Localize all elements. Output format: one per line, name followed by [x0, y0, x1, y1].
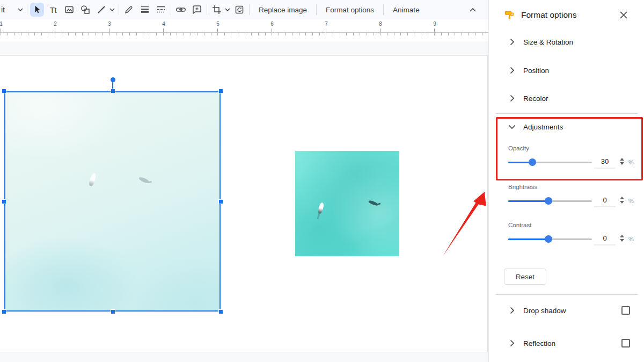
select-arrow-icon[interactable]: [30, 3, 44, 17]
toolbar-separator: [207, 4, 207, 15]
ruler-number: 2: [54, 21, 57, 27]
pen-icon[interactable]: [122, 3, 136, 17]
panel-divider: [495, 294, 638, 295]
line-caret-icon[interactable]: [108, 8, 116, 11]
resize-handle-middle-left[interactable]: [2, 200, 6, 204]
spinner-down-icon[interactable]: [620, 239, 624, 242]
toolbar-separator: [171, 4, 171, 15]
section-label: Adjustments: [523, 123, 563, 131]
whale-shape: [138, 176, 150, 184]
border-dash-icon[interactable]: [154, 3, 168, 17]
brightness-value-input[interactable]: 0: [594, 196, 616, 207]
ruler-number: 6: [270, 21, 274, 27]
panel-header: Format options: [489, 5, 644, 25]
slide-canvas: [0, 41, 488, 362]
replace-image-button[interactable]: Replace image: [252, 3, 313, 17]
brightness-control: Brightness 0 %: [489, 184, 644, 216]
slider-thumb[interactable]: [545, 235, 552, 243]
rotation-handle[interactable]: [111, 77, 115, 82]
shape-icon[interactable]: [78, 3, 92, 17]
section-size-rotation[interactable]: Size & Rotation: [489, 31, 644, 53]
contrast-slider[interactable]: [508, 235, 592, 243]
chevron-right-icon: [507, 37, 517, 47]
chevron-right-icon: [507, 306, 517, 315]
reset-image-icon[interactable]: [232, 3, 246, 17]
ruler-number: 9: [433, 21, 436, 27]
border-weight-icon[interactable]: [138, 3, 152, 17]
spinner-down-icon[interactable]: [620, 201, 624, 204]
text-box-icon[interactable]: Tt: [46, 3, 60, 17]
crop-caret-icon[interactable]: [224, 8, 231, 11]
selected-image-faded[interactable]: [4, 91, 221, 312]
slider-thumb[interactable]: [545, 197, 552, 205]
opacity-stepper[interactable]: [619, 157, 625, 166]
section-label: Recolor: [523, 95, 548, 103]
section-recolor[interactable]: Recolor: [489, 88, 644, 109]
opacity-label: Opacity: [508, 145, 529, 151]
spinner-up-icon[interactable]: [620, 197, 624, 199]
zoom-select-partial[interactable]: it: [0, 5, 5, 14]
resize-handle-bottom-right[interactable]: [219, 310, 223, 314]
section-position[interactable]: Position: [489, 60, 644, 81]
crop-icon[interactable]: [210, 3, 224, 17]
percent-sign: %: [628, 159, 634, 165]
percent-sign: %: [628, 198, 634, 204]
close-icon[interactable]: [616, 8, 631, 23]
section-label: Reflection: [523, 339, 555, 347]
panel-divider: [495, 113, 638, 114]
add-comment-icon[interactable]: [190, 3, 204, 17]
spinner-up-icon[interactable]: [620, 235, 624, 237]
section-label: Position: [523, 67, 549, 75]
brightness-stepper[interactable]: [619, 196, 625, 205]
whale-shape: [368, 200, 379, 207]
section-adjustments[interactable]: Adjustments: [489, 116, 644, 137]
spinner-down-icon[interactable]: [620, 162, 624, 165]
boat-shape: [88, 172, 97, 187]
boat-shape: [317, 202, 324, 214]
slider-thumb[interactable]: [529, 158, 536, 166]
rotation-handle-stem: [112, 81, 113, 90]
ocean-image-30-opacity[interactable]: [4, 91, 221, 312]
resize-handle-bottom-left[interactable]: [2, 310, 6, 314]
chevron-down-icon: [507, 122, 517, 132]
insert-link-icon[interactable]: [174, 3, 188, 17]
contrast-label: Contrast: [508, 222, 531, 228]
resize-handle-middle-right[interactable]: [219, 200, 223, 204]
contrast-value-input[interactable]: 0: [594, 234, 616, 245]
resize-handle-top-left[interactable]: [2, 89, 6, 93]
resize-handle-bottom-center[interactable]: [111, 310, 115, 314]
section-drop-shadow[interactable]: Drop shadow: [489, 300, 644, 321]
opacity-slider[interactable]: [508, 158, 592, 166]
animate-button[interactable]: Animate: [386, 3, 426, 17]
resize-handle-top-center[interactable]: [111, 89, 115, 93]
toolbar-separator: [249, 4, 250, 15]
section-label: Size & Rotation: [523, 38, 573, 46]
dropdown-caret-icon[interactable]: [17, 8, 24, 11]
chevron-right-icon: [507, 93, 517, 103]
drop-shadow-checkbox[interactable]: [621, 306, 630, 315]
contrast-control: Contrast 0 %: [489, 222, 644, 254]
contrast-stepper[interactable]: [619, 234, 625, 243]
format-options-button[interactable]: Format options: [319, 3, 380, 17]
reflection-checkbox[interactable]: [621, 339, 630, 347]
section-reflection[interactable]: Reflection: [489, 332, 644, 354]
section-label: Drop shadow: [523, 307, 566, 315]
original-image-full-opacity[interactable]: [295, 151, 399, 256]
reset-button[interactable]: Reset: [504, 269, 546, 285]
insert-image-icon[interactable]: [62, 3, 76, 17]
toolbar-separator: [119, 4, 119, 15]
resize-handle-top-right[interactable]: [219, 89, 223, 93]
collapse-chevron-icon[interactable]: [466, 3, 480, 17]
line-icon[interactable]: [94, 3, 108, 17]
spinner-up-icon[interactable]: [620, 158, 624, 161]
brightness-label: Brightness: [508, 184, 537, 190]
google-slides-screen: it Tt: [0, 0, 644, 362]
ruler-number: 4: [162, 21, 165, 27]
brightness-slider[interactable]: [508, 197, 592, 205]
opacity-value-input[interactable]: 30: [594, 157, 616, 169]
ruler-number: 1: [0, 21, 3, 27]
toolbar-separator: [316, 4, 317, 15]
toolbar-separator: [383, 4, 384, 15]
ruler-number: 7: [325, 21, 328, 27]
ruler-minor-ticks: [1, 33, 489, 35]
